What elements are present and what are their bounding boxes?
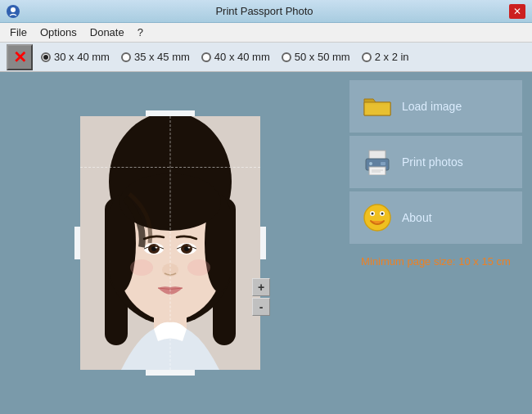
menu-file[interactable]: File <box>3 25 34 40</box>
menu-options[interactable]: Options <box>34 25 83 40</box>
radio-30x40[interactable]: 30 x 40 mm <box>41 51 110 63</box>
x-icon: ✕ <box>13 49 27 65</box>
radio-circle-2x2in <box>362 52 372 62</box>
menu-help[interactable]: ? <box>131 25 150 40</box>
svg-rect-25 <box>369 167 385 175</box>
svg-point-34 <box>381 213 384 215</box>
size-radio-group: 30 x 40 mm 35 x 45 mm 40 x 40 mm 50 x 50… <box>41 51 409 63</box>
photo-container <box>80 116 260 370</box>
right-panel: Load image Pri <box>340 72 532 414</box>
svg-point-22 <box>187 259 210 276</box>
load-image-label: Load image <box>402 100 462 113</box>
svg-point-27 <box>369 162 372 165</box>
menu-donate[interactable]: Donate <box>83 25 131 40</box>
radio-circle-40x40 <box>201 52 211 62</box>
about-label: About <box>402 211 432 224</box>
radio-circle-35x45 <box>121 52 131 62</box>
smiley-icon <box>363 203 392 232</box>
radio-35x45[interactable]: 35 x 45 mm <box>121 51 190 63</box>
photo-area: + - <box>0 72 340 414</box>
print-photos-button[interactable]: Print photos <box>349 136 522 188</box>
svg-point-21 <box>130 259 153 276</box>
radio-40x40[interactable]: 40 x 40 mm <box>201 51 270 63</box>
svg-point-33 <box>372 213 374 215</box>
clear-button[interactable]: ✕ <box>7 44 33 70</box>
window-title: Print Passport Photo <box>20 5 509 17</box>
printer-icon <box>363 147 392 177</box>
min-page-size: Minimum page size: 10 x 15 cm <box>349 255 522 268</box>
menu-bar: File Options Donate ? <box>0 23 532 43</box>
radio-toolbar: ✕ 30 x 40 mm 35 x 45 mm 40 x 40 mm 50 x … <box>0 43 532 72</box>
svg-point-0 <box>11 7 16 12</box>
zoom-out-button[interactable]: - <box>252 298 270 316</box>
folder-icon <box>363 92 392 121</box>
print-photos-label: Print photos <box>402 155 463 169</box>
app-icon <box>7 5 20 18</box>
radio-50x50[interactable]: 50 x 50 mm <box>282 51 350 63</box>
title-bar: Print Passport Photo ✕ <box>0 0 532 23</box>
zoom-controls: + - <box>252 278 270 316</box>
zoom-in-button[interactable]: + <box>252 278 270 296</box>
load-image-button[interactable]: Load image <box>349 80 522 133</box>
svg-point-30 <box>364 205 390 231</box>
passport-photo <box>80 116 260 370</box>
about-button[interactable]: About <box>349 191 522 244</box>
radio-2x2in[interactable]: 2 x 2 in <box>362 51 409 63</box>
radio-circle-30x40 <box>41 52 51 62</box>
main-area: + - Load image <box>0 72 532 414</box>
radio-circle-50x50 <box>282 52 291 62</box>
svg-rect-26 <box>381 162 385 165</box>
guide-line-v1 <box>169 116 170 370</box>
close-button[interactable]: ✕ <box>509 4 525 19</box>
